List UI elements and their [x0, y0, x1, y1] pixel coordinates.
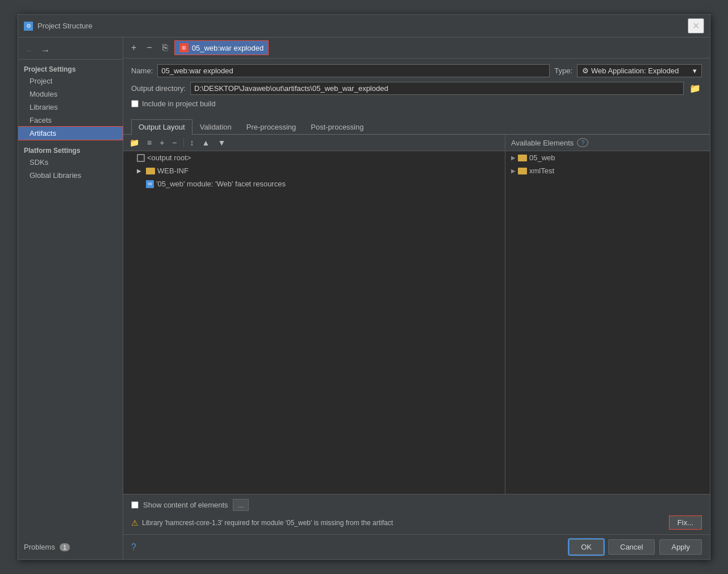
available-scroll-area: ▶ 05_web ▶ xmlTest [505, 151, 710, 177]
tree-item-webinf[interactable]: ▶ WEB-INF [123, 164, 505, 177]
nav-toolbar: ← → [18, 42, 123, 60]
toolbar-separator [183, 138, 184, 147]
name-input[interactable] [157, 64, 550, 77]
chevron-down-icon: ▾ [693, 66, 697, 75]
artifact-icon: ⊞ [179, 43, 189, 52]
sidebar-item-artifacts-label: Artifacts [30, 129, 56, 138]
include-in-build-checkbox[interactable] [131, 100, 139, 107]
back-button[interactable]: ← [23, 44, 36, 57]
type-icon: ⚙ [582, 66, 589, 75]
sidebar-item-project-label: Project [30, 77, 52, 85]
tree-down-button[interactable]: ▼ [215, 137, 228, 148]
show-content-row: Show content of elements ... [131, 499, 702, 511]
available-item-05web[interactable]: ▶ 05_web [505, 151, 710, 164]
output-root-icon [137, 154, 145, 162]
available-item-05web-label: 05_web [529, 153, 555, 162]
platform-settings-header: Platform Settings [18, 142, 123, 156]
tab-post-processing[interactable]: Post-processing [303, 119, 371, 134]
available-folder-icon-05web [518, 155, 527, 161]
artifact-list-item[interactable]: ⊞ 05_web:war exploded [175, 41, 268, 55]
tab-validation[interactable]: Validation [193, 119, 239, 134]
tree-item-module-resource[interactable]: W '05_web' module: 'Web' facet resources [123, 177, 505, 190]
dialog-title: Project Structure [37, 22, 93, 30]
bottom-bar: Show content of elements ... ⚠ Library '… [123, 494, 710, 534]
artifact-list-toolbar: + − ⎘ ⊞ 05_web:war exploded [123, 38, 710, 59]
tree-toolbar: 📁 ≡ + − ↕ ▲ ▼ [123, 135, 505, 151]
sidebar-item-modules[interactable]: Modules [18, 88, 123, 101]
name-row: Name: Type: ⚙ Web Application: Exploded … [131, 64, 702, 77]
type-dropdown[interactable]: ⚙ Web Application: Exploded ▾ [577, 64, 702, 77]
output-dir-input[interactable] [190, 82, 684, 95]
sidebar-item-artifacts[interactable]: Artifacts [18, 127, 123, 140]
remove-artifact-button[interactable]: − [143, 41, 155, 54]
close-button[interactable]: ✕ [688, 18, 704, 34]
chevron-right-icon: ▶ [137, 168, 144, 174]
sidebar-item-global-libraries-label: Global Libraries [30, 171, 81, 180]
tree-item-webinf-label: WEB-INF [157, 167, 189, 175]
available-elements-label: Available Elements [511, 139, 574, 147]
tree-item-output-root[interactable]: <output root> [123, 151, 505, 164]
tree-up-button[interactable]: ▲ [199, 137, 213, 148]
output-dir-label: Output directory: [131, 84, 186, 93]
tree-panel: 📁 ≡ + − ↕ ▲ ▼ <output [123, 135, 505, 494]
dialog-buttons: ? OK Cancel Apply [123, 534, 710, 559]
folder-icon [146, 168, 155, 174]
tree-folder-button[interactable]: 📁 [127, 137, 142, 148]
available-header: Available Elements ? [505, 135, 710, 151]
show-content-options-button[interactable]: ... [233, 499, 249, 511]
tree-scroll-area: <output root> ▶ WEB-INF W '05_web' m [123, 151, 505, 190]
tree-sort-button[interactable]: ↕ [187, 137, 197, 148]
available-help-button[interactable]: ? [577, 138, 588, 147]
sidebar-item-libraries[interactable]: Libraries [18, 101, 123, 114]
fix-button[interactable]: Fix... [669, 515, 702, 530]
warning-row: ⚠ Library 'hamcrest-core-1.3' required f… [131, 515, 702, 530]
form-area: Name: Type: ⚙ Web Application: Exploded … [123, 59, 710, 119]
web-facet-icon: W [146, 180, 154, 188]
tab-post-processing-label: Post-processing [311, 123, 363, 131]
tab-pre-processing[interactable]: Pre-processing [239, 119, 303, 134]
available-item-xmltest-label: xmlTest [529, 167, 554, 175]
sidebar-item-sdks[interactable]: SDKs [18, 156, 123, 169]
tree-item-module-label: '05_web' module: 'Web' facet resources [156, 180, 286, 188]
tree-remove-button[interactable]: − [169, 137, 179, 148]
forward-button[interactable]: → [39, 44, 52, 57]
apply-button[interactable]: Apply [659, 539, 702, 555]
warning-text: ⚠ Library 'hamcrest-core-1.3' required f… [131, 518, 393, 527]
help-button[interactable]: ? [131, 542, 136, 552]
output-dir-row: Output directory: 📁 [131, 82, 702, 95]
tab-validation-label: Validation [200, 123, 232, 131]
cancel-button[interactable]: Cancel [608, 539, 655, 555]
problems-section[interactable]: Problems 1 [18, 539, 123, 555]
sidebar-item-global-libraries[interactable]: Global Libraries [18, 169, 123, 182]
tab-output-layout-label: Output Layout [139, 123, 185, 131]
show-content-checkbox[interactable] [131, 501, 139, 509]
title-bar-left: ⚙ Project Structure [24, 22, 93, 31]
dialog-icon: ⚙ [24, 22, 33, 31]
problems-label: Problems [24, 543, 55, 551]
main-panel: + − ⎘ ⊞ 05_web:war exploded Name: Type: … [123, 38, 710, 559]
tree-arrange-button[interactable]: ≡ [144, 137, 154, 148]
sidebar-item-modules-label: Modules [30, 90, 57, 98]
sidebar-item-project[interactable]: Project [18, 74, 123, 88]
tree-add-button[interactable]: + [157, 137, 167, 148]
sidebar: ← → Project Settings Project Modules Lib… [18, 38, 123, 559]
tab-output-layout[interactable]: Output Layout [131, 119, 193, 135]
browse-folder-button[interactable]: 📁 [688, 82, 702, 95]
title-bar: ⚙ Project Structure ✕ [18, 15, 710, 38]
split-area: 📁 ≡ + − ↕ ▲ ▼ <output [123, 135, 710, 494]
available-item-xmltest[interactable]: ▶ xmlTest [505, 164, 710, 177]
type-label: Type: [554, 66, 572, 75]
add-artifact-button[interactable]: + [128, 41, 140, 54]
tree-item-output-root-label: <output root> [147, 153, 191, 162]
include-in-build-row: Include in project build [131, 99, 702, 108]
tab-pre-processing-label: Pre-processing [246, 123, 296, 131]
copy-artifact-button[interactable]: ⎘ [159, 41, 171, 54]
ok-button[interactable]: OK [569, 539, 604, 555]
tabs-bar: Output Layout Validation Pre-processing … [123, 119, 710, 135]
include-in-build-label: Include in project build [142, 99, 215, 108]
problems-badge: 1 [60, 543, 70, 551]
project-structure-dialog: ⚙ Project Structure ✕ ← → Project Settin… [18, 14, 710, 560]
sidebar-item-sdks-label: SDKs [30, 158, 48, 167]
warning-icon: ⚠ [131, 518, 139, 527]
sidebar-item-facets[interactable]: Facets [18, 114, 123, 127]
